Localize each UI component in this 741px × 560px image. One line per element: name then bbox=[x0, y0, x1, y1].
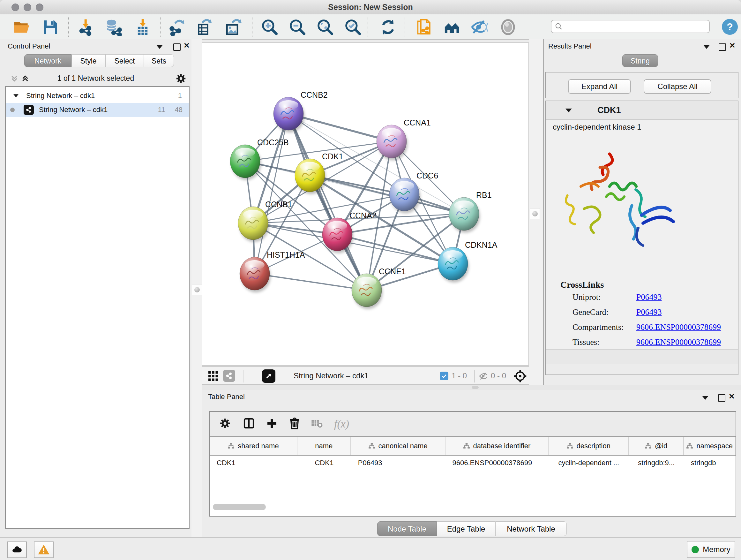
zoom-out-button[interactable] bbox=[288, 18, 307, 36]
birds-eye-view-button[interactable] bbox=[262, 369, 275, 383]
refresh-button[interactable] bbox=[379, 18, 397, 36]
column-header-database-identifier[interactable]: database identifier bbox=[446, 437, 549, 455]
collection-expand-icon[interactable] bbox=[13, 94, 18, 98]
table-panel-float-icon[interactable] bbox=[718, 394, 725, 401]
network-options-gear-button[interactable] bbox=[175, 72, 187, 86]
network-node-ccnb2[interactable]: CCNB2 bbox=[273, 90, 328, 132]
network-node-hist1h1a[interactable]: HIST1H1A bbox=[240, 250, 305, 293]
grid-view-button[interactable] bbox=[207, 370, 219, 383]
control-panel-close-icon[interactable]: × bbox=[184, 41, 190, 50]
column-header--id[interactable]: @id bbox=[629, 437, 684, 455]
cell-description[interactable]: cyclin-dependent ... bbox=[549, 455, 629, 470]
column-header-description[interactable]: description bbox=[549, 437, 629, 455]
hide-selected-button[interactable] bbox=[470, 18, 488, 36]
column-header-shared-name[interactable]: shared name bbox=[210, 437, 297, 455]
crosslink-value-link[interactable]: P06493 bbox=[636, 293, 662, 302]
open-session-button[interactable] bbox=[13, 18, 30, 36]
results-panel-menu-icon[interactable] bbox=[703, 45, 710, 49]
collapse-all-button[interactable]: Collapse All bbox=[644, 79, 711, 94]
network-node-cdc25b[interactable]: CDC25B bbox=[230, 138, 289, 180]
crosslinks-heading: CrossLinks bbox=[560, 280, 604, 290]
cell-namespace[interactable]: stringdb bbox=[684, 455, 736, 470]
results-panel-close-icon[interactable]: × bbox=[730, 41, 735, 50]
right-splitter-handle[interactable] bbox=[530, 208, 540, 219]
cell--id[interactable]: stringdb:9... bbox=[629, 455, 684, 470]
import-network-from-database-button[interactable] bbox=[105, 18, 123, 36]
zoom-selected-button[interactable] bbox=[344, 18, 362, 36]
search-input[interactable] bbox=[551, 20, 710, 33]
cdk1-collapse-icon[interactable] bbox=[565, 109, 572, 112]
network-edge-ccnb2-ccne1[interactable] bbox=[288, 114, 367, 290]
network-node-cdkn1a[interactable]: CDKN1A bbox=[438, 240, 497, 283]
expand-all-button[interactable]: Expand All bbox=[568, 79, 631, 94]
export-network-button[interactable] bbox=[167, 18, 185, 36]
fit-selected-crosshair-button[interactable] bbox=[513, 369, 527, 384]
tab-network-table[interactable]: Network Table bbox=[495, 521, 567, 536]
network-node-cdk1[interactable]: CDK1 bbox=[295, 152, 343, 194]
table-panel-close-icon[interactable]: × bbox=[729, 392, 735, 400]
preview-button[interactable] bbox=[499, 18, 517, 36]
memory-button[interactable]: Memory bbox=[687, 541, 735, 558]
network-graph[interactable]: CCNB2CCNA1CDC25BCDK1CDC6RB1CCNB1CCNA2CDK… bbox=[202, 43, 529, 366]
tab-edge-table[interactable]: Edge Table bbox=[437, 521, 495, 536]
table-panel-menu-icon[interactable] bbox=[702, 396, 709, 400]
zoom-in-button[interactable] bbox=[261, 18, 279, 36]
string-network-icon bbox=[23, 105, 34, 115]
cell-database-identifier[interactable]: 9606.ENSP00000378699 bbox=[446, 455, 549, 470]
network-edge-hist1h1a-ccne1[interactable] bbox=[255, 273, 367, 290]
import-network-button[interactable] bbox=[77, 18, 94, 36]
network-item-row[interactable]: String Network – cdk1 11 48 bbox=[6, 103, 189, 117]
cell-canonical-name[interactable]: P06493 bbox=[351, 455, 446, 470]
network-canvas[interactable]: CCNB2CCNA1CDC25BCDK1CDC6RB1CCNB1CCNA2CDK… bbox=[202, 43, 529, 366]
horizontal-splitter[interactable] bbox=[202, 385, 741, 390]
column-header-canonical-name[interactable]: canonical name bbox=[351, 437, 446, 455]
show-graphics-details-button[interactable] bbox=[443, 18, 461, 36]
network-status-dot bbox=[10, 108, 15, 112]
network-share-view-button[interactable] bbox=[223, 370, 235, 382]
tab-select[interactable]: Select bbox=[105, 54, 144, 67]
column-header-name[interactable]: name bbox=[297, 437, 351, 455]
table-options-gear-button[interactable] bbox=[219, 417, 231, 431]
control-panel-menu-icon[interactable] bbox=[156, 45, 163, 49]
control-panel-title: Control Panel bbox=[8, 42, 50, 51]
tab-network[interactable]: Network bbox=[24, 54, 71, 67]
results-panel-float-icon[interactable] bbox=[719, 44, 726, 51]
delete-table-button[interactable] bbox=[311, 417, 323, 431]
hierarchy-icon bbox=[227, 442, 234, 449]
table-row[interactable]: CDK1CDK1P064939606.ENSP00000378699cyclin… bbox=[210, 455, 736, 470]
create-column-button[interactable] bbox=[265, 417, 279, 431]
save-session-button[interactable] bbox=[42, 18, 59, 36]
horizontal-splitter-handle[interactable] bbox=[472, 386, 479, 389]
selected-nodes-checkbox[interactable] bbox=[440, 372, 448, 380]
help-button[interactable]: ? bbox=[722, 19, 738, 35]
export-image-button[interactable] bbox=[224, 18, 242, 36]
cdk1-section-header[interactable]: CDK1 bbox=[546, 101, 738, 120]
network-node-ccna1[interactable]: CCNA1 bbox=[377, 118, 431, 160]
zoom-fit-button[interactable] bbox=[316, 18, 334, 36]
crosslink-value-link[interactable]: P06493 bbox=[636, 307, 662, 317]
show-columns-button[interactable] bbox=[242, 417, 256, 431]
tab-style[interactable]: Style bbox=[71, 54, 105, 67]
crosslink-value-link[interactable]: 9606.ENSP00000378699 bbox=[636, 322, 721, 332]
cell-name[interactable]: CDK1 bbox=[297, 455, 351, 470]
warnings-button[interactable] bbox=[34, 542, 54, 558]
function-builder-button[interactable]: f(x) bbox=[334, 418, 349, 430]
table-horizontal-scrollbar[interactable] bbox=[213, 504, 266, 510]
cell-shared-name[interactable]: CDK1 bbox=[210, 455, 297, 470]
column-header-namespace[interactable]: namespace bbox=[684, 437, 736, 455]
export-table-button[interactable] bbox=[196, 18, 213, 36]
tab-string[interactable]: String bbox=[622, 54, 658, 67]
control-panel-float-icon[interactable] bbox=[173, 44, 181, 51]
netbar-divider bbox=[243, 370, 244, 382]
tab-sets[interactable]: Sets bbox=[144, 54, 174, 67]
network-collection-row[interactable]: String Network – cdk1 1 bbox=[6, 89, 189, 103]
delete-column-button[interactable] bbox=[287, 416, 301, 432]
network-node-rb1[interactable]: RB1 bbox=[449, 191, 492, 233]
open-in-web-button[interactable] bbox=[415, 18, 433, 36]
network-node-cdc6[interactable]: CDC6 bbox=[389, 171, 438, 213]
tab-node-table[interactable]: Node Table bbox=[377, 521, 437, 536]
cloud-status-button[interactable] bbox=[7, 542, 27, 558]
import-table-button[interactable] bbox=[134, 18, 151, 36]
left-splitter-handle[interactable] bbox=[192, 284, 202, 295]
crosslink-value-link[interactable]: 9606.ENSP00000378699 bbox=[636, 337, 721, 347]
